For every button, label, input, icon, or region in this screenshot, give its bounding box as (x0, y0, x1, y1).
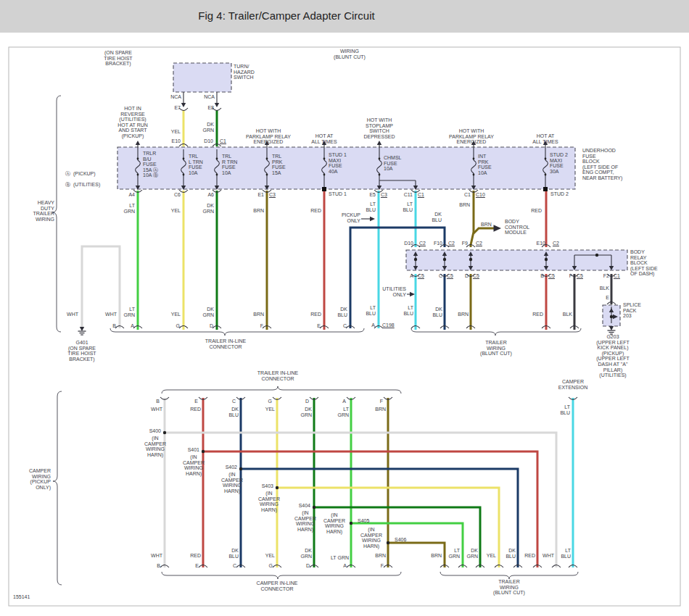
wiring-diagram-page: Fig 4: Trailer/Camper Adapter Circuit (O… (0, 0, 689, 616)
brace-camper-inline-connector (162, 572, 401, 579)
ground-g401-arrow (80, 327, 84, 331)
wire-brn-intprk-f9 (471, 191, 474, 247)
junction-dot (266, 174, 268, 176)
junction-dot (414, 258, 417, 261)
splice-s403 (276, 486, 279, 489)
wiring-diagram-svg (0, 0, 689, 616)
wire-s404-dkgrn-branch (314, 507, 480, 567)
splice-s405 (350, 522, 352, 525)
arrowhead (322, 141, 326, 145)
junction-dot (595, 254, 598, 257)
junction-dot (216, 158, 218, 160)
junction-dot (610, 315, 613, 318)
stud2-terminal (543, 187, 548, 191)
splice-s400 (163, 431, 166, 434)
arrowhead (370, 217, 375, 221)
body-relay-block-box (406, 250, 627, 270)
junction-dot (379, 158, 381, 160)
splice-s406 (387, 541, 389, 544)
junction-dot (545, 158, 547, 160)
junction-dot (183, 174, 185, 176)
diagram-border (9, 47, 680, 606)
arrowhead (543, 141, 548, 145)
wire-s405-ltgrn-branch (351, 523, 463, 567)
junction-dot (545, 174, 547, 176)
junction-dot (266, 158, 268, 160)
wire-wht-g401-loop (82, 246, 120, 328)
wire-dkblu-pickup-loop (350, 228, 445, 328)
splice-s402 (239, 467, 242, 470)
arrowhead (215, 103, 219, 107)
stud1-terminal (322, 187, 326, 191)
wire-s402-dkblu-branch (241, 469, 518, 567)
junction-dot (379, 174, 381, 176)
junction-dot (545, 258, 548, 261)
wire-s400-wht-branch (165, 433, 556, 567)
arrowhead (377, 141, 381, 145)
brace-trailer-inline-connector-top (110, 328, 364, 336)
brace-camper-wiring (53, 391, 62, 585)
junction-dot (323, 174, 326, 176)
underhood-fuse-block-box (117, 147, 575, 189)
wire-s406-brn-branch (388, 543, 445, 567)
arrowhead (494, 225, 502, 232)
arrowhead (471, 141, 476, 145)
connector-pin-arc (213, 108, 221, 111)
brace-trailer-inline-connector-bottom (162, 386, 401, 394)
junction-dot (216, 174, 218, 176)
wire-brn-bcm-branch (474, 228, 495, 233)
splice-s401 (202, 450, 205, 453)
brace-trailer-wiring-bottom (440, 572, 578, 579)
arrowhead (410, 292, 415, 296)
ground-g203-arrow (609, 326, 614, 330)
arrowhead (181, 103, 186, 107)
arrowhead (136, 141, 140, 145)
turn-hazard-switch-box (173, 63, 231, 92)
arrowhead (265, 141, 269, 145)
trailer-camper-adapter-circuit-diagram: (ON SPARE TIRE HOIST BRACKET)WIRING (BLU… (0, 0, 689, 616)
junction-dot (137, 158, 139, 160)
splice-s404 (313, 506, 315, 509)
junction-dot (137, 174, 139, 176)
junction-dot (183, 158, 185, 160)
brace-trailer-wiring-top (411, 328, 581, 336)
junction-dot (473, 174, 475, 176)
junction-dot (443, 258, 446, 261)
junction-dot (469, 258, 472, 261)
junction-dot (323, 158, 326, 160)
junction-dot (473, 158, 475, 160)
connector-pin-arc (179, 108, 188, 111)
brace-heavy-duty-trailer-wiring (52, 96, 61, 332)
